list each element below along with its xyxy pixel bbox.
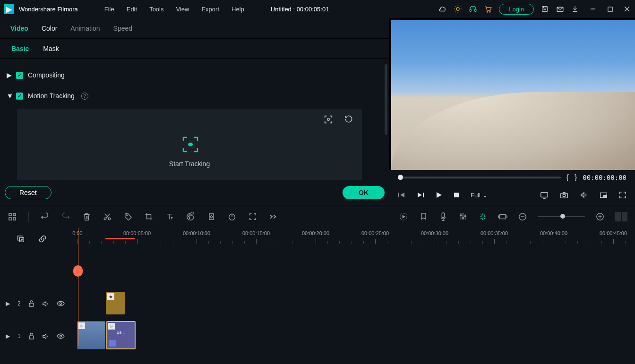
track-mute-icon[interactable]	[42, 301, 49, 307]
add-track-icon[interactable]	[16, 234, 26, 244]
audio-mixer-icon[interactable]	[458, 212, 468, 221]
zoom-knob[interactable]	[560, 214, 565, 219]
clip-video-2-selected[interactable]: ▶ U8...	[106, 321, 136, 349]
seek-knob[interactable]	[398, 175, 403, 180]
scrollbar[interactable]	[385, 64, 387, 135]
text-icon[interactable]	[165, 212, 174, 221]
track-body[interactable]: ★	[76, 290, 635, 317]
track-lock-icon[interactable]	[28, 333, 34, 339]
link-icon[interactable]	[38, 234, 47, 244]
mark-in-icon[interactable]: {	[566, 173, 569, 182]
download-icon[interactable]	[571, 5, 579, 13]
quality-select[interactable]: Full⌄	[471, 192, 488, 199]
track-body[interactable]: ▶ ▶ U8...	[76, 319, 635, 353]
tab-animation[interactable]: Animation	[70, 25, 100, 32]
section-label: Compositing	[28, 71, 65, 79]
delete-icon[interactable]	[82, 212, 91, 221]
svg-rect-5	[542, 7, 548, 12]
track-video-icon[interactable]: ▶	[6, 300, 10, 307]
track-lock-icon[interactable]	[28, 300, 34, 307]
minimize-icon[interactable]	[589, 5, 597, 13]
redo-icon[interactable]	[61, 212, 70, 221]
stop-button[interactable]	[454, 192, 459, 198]
pip-icon[interactable]	[600, 192, 608, 199]
focus-target-icon[interactable]	[323, 114, 334, 125]
ok-button[interactable]: OK	[343, 186, 385, 199]
collapse-icon[interactable]: ▼	[7, 92, 11, 100]
clip-video-1[interactable]: ▶	[77, 321, 105, 349]
next-frame-button[interactable]	[417, 192, 424, 198]
keyframe-icon[interactable]	[206, 212, 216, 221]
track-mute-icon[interactable]	[42, 333, 49, 339]
save-icon[interactable]	[541, 5, 549, 13]
section-motion-tracking[interactable]: ▼ ✓ Motion Tracking ?	[7, 89, 376, 103]
zoom-out-icon[interactable]	[518, 212, 527, 221]
motion-tracking-tool-icon[interactable]	[248, 212, 257, 221]
maximize-icon[interactable]	[606, 5, 614, 13]
ruler-label: 00:00:15:00	[242, 230, 270, 236]
menu-view[interactable]: View	[171, 4, 194, 15]
subtab-basic[interactable]: Basic	[11, 45, 29, 52]
svg-point-12	[188, 143, 193, 146]
fullscreen-icon[interactable]	[619, 191, 626, 199]
voiceover-icon[interactable]	[438, 212, 448, 221]
headset-icon[interactable]	[469, 5, 477, 13]
checkbox-motion-tracking[interactable]: ✓	[16, 93, 23, 100]
more-tools-icon[interactable]	[269, 212, 278, 221]
prev-frame-button[interactable]	[398, 192, 405, 198]
menu-export[interactable]: Export	[197, 4, 224, 15]
color-icon[interactable]	[186, 212, 195, 221]
section-compositing[interactable]: ▶ ✓ Compositing	[7, 68, 376, 82]
snapshot-icon[interactable]	[560, 191, 568, 199]
marker-icon[interactable]	[419, 212, 428, 221]
login-button[interactable]: Login	[499, 4, 534, 15]
preview-viewport[interactable]	[391, 20, 635, 170]
track-v1: ▶ 1 ▶ ▶ U8...	[0, 319, 635, 353]
mail-icon[interactable]	[556, 5, 564, 13]
tab-speed[interactable]: Speed	[113, 25, 132, 32]
cart-icon[interactable]	[484, 5, 492, 13]
undo-icon[interactable]	[40, 212, 50, 221]
menu-tools[interactable]: Tools	[145, 4, 168, 15]
cloud-icon[interactable]	[438, 5, 447, 13]
speed-icon[interactable]	[227, 212, 237, 221]
menu-help[interactable]: Help	[227, 4, 249, 15]
checkbox-compositing[interactable]: ✓	[16, 72, 23, 79]
play-button[interactable]	[436, 192, 442, 198]
expand-icon[interactable]: ▶	[7, 71, 11, 79]
crop-icon[interactable]	[144, 212, 154, 221]
auto-ripple-icon[interactable]	[478, 212, 488, 221]
close-icon[interactable]	[623, 5, 631, 13]
seek-slider[interactable]	[398, 177, 561, 178]
display-settings-icon[interactable]	[540, 191, 549, 199]
track-visibility-icon[interactable]	[57, 333, 65, 339]
zoom-slider[interactable]	[538, 216, 585, 217]
layout-icon[interactable]	[8, 212, 17, 221]
subtab-mask[interactable]: Mask	[43, 45, 59, 52]
tag-icon[interactable]	[123, 212, 133, 221]
time-ruler[interactable]: 0:0000:00:05:0000:00:10:0000:00:15:0000:…	[76, 228, 635, 250]
playhead-grip-icon[interactable]	[73, 265, 83, 277]
playhead[interactable]	[78, 228, 78, 346]
track-v2: ▶ 2 ★	[0, 290, 635, 317]
track-video-icon[interactable]: ▶	[6, 333, 10, 339]
menu-file[interactable]: File	[100, 4, 119, 15]
reset-tracking-icon[interactable]	[344, 114, 353, 125]
help-icon[interactable]: ?	[81, 93, 88, 100]
track-visibility-icon[interactable]	[57, 301, 65, 306]
mark-out-icon[interactable]: }	[575, 173, 577, 182]
sun-icon[interactable]	[454, 5, 462, 13]
reset-button[interactable]: Reset	[5, 186, 51, 199]
start-tracking-icon[interactable]	[180, 135, 198, 152]
tab-color[interactable]: Color	[42, 25, 57, 32]
volume-icon[interactable]	[580, 191, 588, 199]
svg-point-31	[189, 216, 189, 217]
zoom-in-icon[interactable]	[595, 212, 605, 221]
cut-icon[interactable]	[103, 212, 112, 221]
menu-edit[interactable]: Edit	[122, 4, 142, 15]
render-icon[interactable]	[399, 212, 408, 221]
duration-icon[interactable]	[498, 212, 507, 221]
zoom-fit-icon[interactable]	[615, 212, 627, 221]
clip-overlay[interactable]: ★	[106, 292, 125, 314]
tab-video[interactable]: Video	[10, 25, 28, 32]
